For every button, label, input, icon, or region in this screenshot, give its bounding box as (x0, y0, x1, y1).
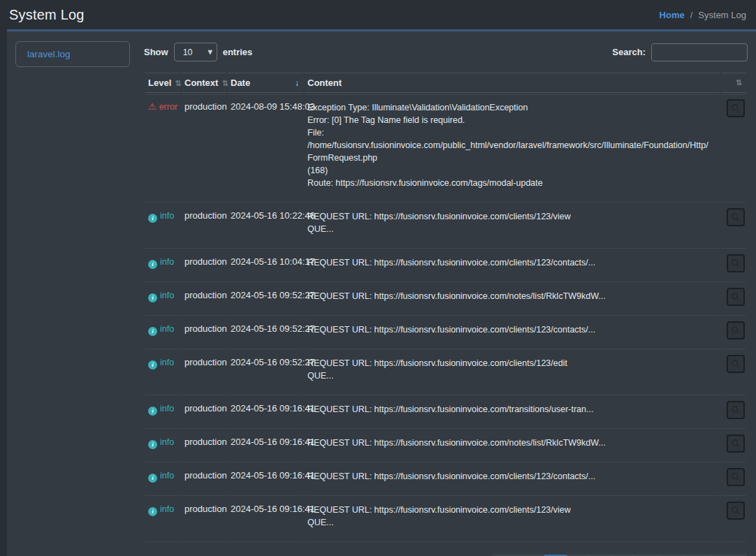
content-cell: REQUEST URL: https://fusionsrv.fusioninv… (305, 497, 720, 542)
action-cell (721, 284, 746, 316)
column-header-level[interactable]: Level⇅ (145, 73, 180, 93)
level-label: info (160, 291, 174, 300)
level-label: info (160, 358, 174, 367)
content-cell: REQUEST URL: https://fusionsrv.fusioninv… (305, 250, 720, 282)
magnifier-icon (731, 472, 741, 482)
date-cell: 2024-05-16 09:52:27 (228, 351, 303, 395)
entries-select[interactable]: 10 (174, 43, 217, 61)
level-cell: iinfo (145, 430, 180, 462)
sort-both-icon: ⇅ (175, 79, 181, 87)
view-entry-button[interactable] (727, 502, 745, 520)
info-circle-icon: i (148, 260, 157, 269)
magnifier-icon (731, 506, 741, 515)
magnifier-icon (731, 103, 741, 113)
info-circle-icon: i (148, 440, 157, 449)
system-log-card: laravel.log Show 10 entries Search: (7, 29, 756, 556)
level-cell: iinfo (145, 497, 180, 542)
column-header-date[interactable]: Date↓ (228, 73, 303, 93)
context-cell: production (182, 284, 226, 316)
search-input[interactable] (651, 43, 748, 61)
view-entry-button[interactable] (727, 434, 745, 453)
content-line: REQUEST URL: https://fusionsrv.fusioninv… (307, 256, 713, 269)
date-cell: 2024-05-16 09:16:41 (228, 430, 303, 462)
entries-label: entries (223, 47, 253, 57)
action-cell (721, 430, 746, 462)
magnifier-icon (731, 258, 741, 268)
date-cell: 2024-05-16 09:52:27 (228, 317, 303, 349)
table-row: iinfoproduction2024-05-16 09:16:41REQUES… (145, 464, 746, 496)
context-cell: production (182, 464, 226, 496)
info-circle-icon: i (148, 293, 157, 302)
magnifier-icon (731, 405, 741, 415)
level-label: error (159, 102, 177, 112)
page-header: System Log Home / System Log (0, 0, 756, 29)
content-line: /home/fusionsrv.fusioninvoice.com/public… (307, 139, 713, 164)
log-file-item[interactable]: laravel.log (15, 41, 130, 67)
column-label: Date (231, 78, 250, 88)
date-cell: 2024-05-16 10:22:46 (228, 204, 303, 249)
table-row: iinfoproduction2024-05-16 09:16:41REQUES… (145, 397, 746, 429)
content-cell: REQUEST URL: https://fusionsrv.fusioninv… (305, 317, 720, 349)
log-table-panel: Show 10 entries Search: Level⇅Context⇅Da… (144, 41, 748, 556)
table-row: iinfoproduction2024-05-16 09:16:41REQUES… (145, 497, 746, 542)
content-cell: REQUEST URL: https://fusionsrv.fusioninv… (305, 351, 720, 395)
magnifier-icon (731, 439, 741, 448)
view-entry-button[interactable] (727, 468, 745, 486)
view-entry-button[interactable] (727, 288, 745, 306)
view-entry-button[interactable] (727, 321, 745, 339)
breadcrumb-home-link[interactable]: Home (660, 10, 685, 20)
context-cell: production (182, 430, 226, 462)
magnifier-icon (731, 359, 741, 369)
table-controls: Show 10 entries Search: (144, 43, 748, 61)
log-table: Level⇅Context⇅Date↓Content⇅ ⚠errorproduc… (144, 71, 748, 543)
view-entry-button[interactable] (727, 355, 745, 373)
page-title: System Log (9, 7, 85, 23)
view-entry-button[interactable] (727, 254, 745, 272)
magnifier-icon (731, 325, 741, 335)
date-cell: 2024-05-16 10:04:17 (228, 250, 303, 282)
column-header-context[interactable]: Context⇅ (182, 73, 226, 93)
context-cell: production (182, 397, 226, 429)
level-cell: iinfo (145, 204, 180, 249)
content-line: Error: [0] The Tag Name field is require… (307, 114, 713, 126)
content-line: REQUEST URL: https://fusionsrv.fusioninv… (307, 357, 713, 370)
table-row: iinfoproduction2024-05-16 09:52:27REQUES… (145, 317, 746, 349)
content-line: REQUEST URL: https://fusionsrv.fusioninv… (307, 323, 713, 336)
level-label: info (160, 504, 174, 514)
level-cell: iinfo (145, 464, 180, 496)
column-header-content[interactable]: Content (305, 73, 720, 93)
table-row: ⚠errorproduction2024-08-09 15:48:03Excep… (145, 94, 746, 203)
table-header-row: Level⇅Context⇅Date↓Content⇅ (145, 73, 746, 93)
action-cell (721, 317, 746, 349)
sort-both-icon: ⇅ (736, 78, 742, 87)
action-cell (721, 497, 746, 542)
content-cell: REQUEST URL: https://fusionsrv.fusioninv… (305, 284, 720, 316)
action-cell (721, 94, 746, 203)
table-row: iinfoproduction2024-05-16 09:52:27REQUES… (145, 351, 746, 395)
level-label: info (160, 404, 174, 414)
context-cell: production (182, 204, 226, 249)
log-table-body: ⚠errorproduction2024-08-09 15:48:03Excep… (145, 94, 746, 542)
info-circle-icon: i (148, 507, 157, 516)
column-header-actions[interactable]: ⇅ (721, 73, 746, 93)
view-entry-button[interactable] (727, 401, 745, 419)
content-line: REQUEST URL: https://fusionsrv.fusioninv… (307, 403, 713, 416)
content-cell: REQUEST URL: https://fusionsrv.fusioninv… (305, 204, 720, 249)
level-label: info (160, 257, 174, 267)
breadcrumb: Home / System Log (660, 10, 746, 20)
search-control: Search: (612, 43, 748, 61)
info-circle-icon: i (148, 214, 157, 223)
info-circle-icon: i (148, 407, 157, 416)
view-entry-button[interactable] (727, 99, 745, 117)
column-label: Level (148, 78, 171, 88)
context-cell: production (182, 94, 226, 203)
level-label: info (160, 211, 174, 221)
breadcrumb-separator: / (690, 10, 693, 20)
magnifier-icon (731, 212, 741, 222)
content-line: QUE... (307, 370, 713, 382)
date-cell: 2024-05-16 09:16:41 (228, 497, 303, 542)
level-cell: iinfo (145, 250, 180, 282)
info-circle-icon: i (148, 474, 157, 483)
level-cell: iinfo (145, 397, 180, 429)
view-entry-button[interactable] (727, 208, 745, 226)
